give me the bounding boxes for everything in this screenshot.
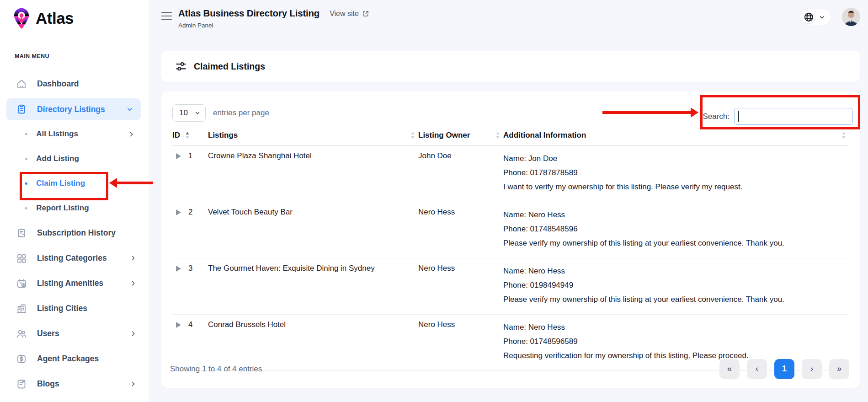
page-title: Atlas Business Directory Listing [178,8,320,19]
sort-icon [410,131,415,139]
sidebar-item-label: Add Listing [36,154,79,163]
hamburger-menu-icon[interactable] [161,12,172,20]
entries-per-page-value: 10 [179,108,188,118]
sidebar-item-directory-listings[interactable]: Directory Listings [6,98,141,120]
brand-name: Atlas [36,9,74,27]
sidebar-item-label: Listing Amenities [37,279,103,288]
annotation-arrow-claim-listing-line [117,182,153,184]
sidebar-item-label: Listing Cities [37,304,87,313]
sidebar-item-agent-packages[interactable]: Agent Packages [0,346,149,371]
pagination-next-button[interactable]: › [802,359,822,379]
filters-icon [175,61,187,73]
grid-icon [16,252,27,264]
globe-icon [802,11,815,23]
external-link-icon [362,10,369,17]
column-header-listings[interactable]: Listings [208,131,418,146]
language-selector[interactable] [799,9,831,25]
row-id: 4 [188,320,192,329]
sidebar-item-label: Agent Packages [37,354,99,364]
row-id: 2 [188,208,192,217]
sort-icon [495,131,501,139]
sidebar-item-listing-cities[interactable]: Listing Cities [0,296,149,321]
row-listing: Velvet Touch Beauty Bar [208,202,418,258]
annotation-arrow-search-line [602,111,691,114]
view-site-label: View site [330,10,359,18]
chevron-down-icon [126,106,133,113]
sidebar-item-label: All Listings [36,129,78,139]
calendar-plus-icon [16,278,27,289]
sidebar-item-label: Directory Listings [37,105,105,114]
clipboard-icon [16,103,27,115]
row-expander-icon[interactable] [176,153,181,159]
pagination-first-button[interactable]: « [719,359,740,379]
table-footer: Showing 1 to 4 of 4 entries « ‹ 1 › » [161,350,860,388]
sidebar-item-label: Dashboard [37,79,79,89]
chevron-down-icon [819,14,825,21]
atlas-logo-icon [11,7,32,29]
claimed-listings-table-card: 10 entries per page Search: ID [161,91,860,388]
row-listing: Crowne Plaza Shanghai Hotel [208,146,418,202]
row-listing: The Gourmet Haven: Exquisite Dining in S… [208,258,418,315]
row-expander-icon[interactable] [176,209,181,215]
sidebar-item-label: Listing Categories [37,253,107,263]
row-additional-info: Name: Jon Doe Phone: 01787878589 I want … [503,146,849,202]
sidebar-item-add-listing[interactable]: • Add Listing [0,146,149,171]
annotation-arrow-claim-listing-head [109,178,117,188]
column-header-id[interactable]: ID [172,131,208,146]
row-owner: Nero Hess [418,202,503,258]
table-row: 2 Velvet Touch Beauty Bar Nero Hess Name… [172,202,849,258]
sidebar-item-users[interactable]: Users [0,321,149,346]
claimed-listings-table: ID Listings [172,131,849,371]
pagination-last-button[interactable]: » [829,359,849,379]
entries-summary: Showing 1 to 4 of 4 entries [170,364,262,374]
annotation-arrow-search-head [691,107,698,118]
bullet-icon: • [25,130,27,138]
row-expander-icon[interactable] [176,322,181,328]
row-expander-icon[interactable] [176,266,181,272]
sidebar-item-label: Report Listing [36,204,89,213]
sidebar-item-listing-amenities[interactable]: Listing Amenities [0,271,149,296]
table-row: 1 Crowne Plaza Shanghai Hotel John Doe N… [172,146,849,202]
annotation-box-claim-listing [20,172,108,200]
sidebar-item-subscription-history[interactable]: Subscription History [0,220,149,246]
row-owner: John Doe [418,146,503,202]
sidebar: Atlas MAIN MENU Dashboard Directory List… [0,0,149,402]
table-row: 3 The Gourmet Haven: Exquisite Dining in… [172,258,849,315]
view-site-link[interactable]: View site [330,10,369,18]
sort-icon [841,131,847,139]
row-additional-info: Name: Nero Hess Phone: 01748548596 Pleas… [503,202,849,258]
column-header-additional-information[interactable]: Additional Information [503,131,849,146]
chevron-right-icon [128,131,135,138]
bullet-icon: • [25,204,27,212]
sidebar-item-label: Subscription History [37,228,116,238]
row-owner: Nero Hess [418,258,503,315]
chevron-down-icon [194,110,201,116]
page-subtitle: Admin Panel [178,22,320,29]
menu-section-label: MAIN MENU [15,53,149,59]
entries-per-page-select[interactable]: 10 [172,104,206,122]
pagination-prev-button[interactable]: ‹ [747,359,767,379]
sort-icon [185,131,190,139]
users-icon [16,328,27,340]
topbar: Atlas Business Directory Listing Admin P… [161,0,860,51]
row-additional-info: Name: Nero Hess Phone: 0198494949 Please… [503,258,849,315]
sidebar-item-blogs[interactable]: Blogs [0,371,149,397]
sidebar-item-all-listings[interactable]: • All Listings [0,122,149,146]
column-header-listing-owner[interactable]: Listing Owner [418,131,503,146]
annotation-box-search [700,95,860,129]
entries-per-page-label: entries per page [213,108,269,118]
chevron-right-icon [130,280,137,287]
sidebar-item-listing-categories[interactable]: Listing Categories [0,246,149,271]
main-content: Atlas Business Directory Listing Admin P… [149,0,868,402]
panel-title: Claimed Listings [194,61,265,72]
blog-icon [16,378,27,390]
chevron-right-icon [130,330,137,337]
building-icon [16,303,27,315]
brand[interactable]: Atlas [0,0,149,29]
user-avatar[interactable] [842,8,860,26]
main-menu: Dashboard Directory Listings • All Listi… [0,71,149,397]
sidebar-item-dashboard[interactable]: Dashboard [0,71,149,96]
pagination-page-1-button[interactable]: 1 [774,359,794,379]
pagination: « ‹ 1 › » [719,359,849,379]
chevron-right-icon [130,381,137,387]
